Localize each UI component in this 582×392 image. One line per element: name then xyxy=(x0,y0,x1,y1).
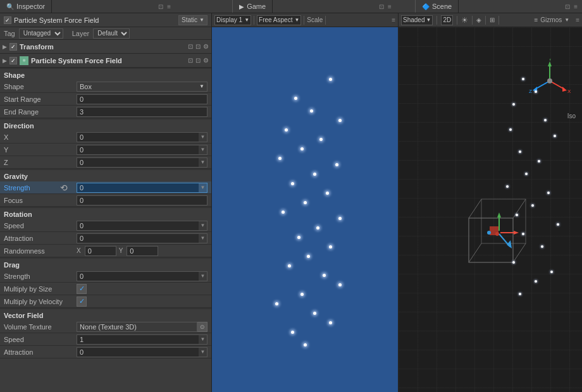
particle xyxy=(297,236,300,239)
vec-speed-arrow[interactable]: ▼ xyxy=(199,334,207,345)
svg-rect-17 xyxy=(490,226,498,235)
svg-text:Z: Z xyxy=(529,89,532,94)
drag-strength-input[interactable] xyxy=(77,271,199,281)
gravity-strength-arrow[interactable]: ▼ xyxy=(199,183,207,193)
scene-panel: Shaded ▼ 2D ☀ ◈ ⊞ ≡ Gizmos ▼ ≡ xyxy=(399,13,582,392)
dir-z-arrow[interactable]: ▼ xyxy=(199,157,207,168)
comp-settings[interactable]: ⚙ xyxy=(203,57,209,64)
inspector-tab[interactable]: 🔍 Inspector xyxy=(0,0,52,13)
transform-toggle-arrow: ▶ xyxy=(3,44,7,50)
vec-attraction-input[interactable] xyxy=(77,347,199,357)
rot-speed-input[interactable] xyxy=(77,221,199,231)
game-tab-ctrl[interactable]: ⊡ xyxy=(377,3,386,10)
gravity-strength-input[interactable] xyxy=(77,183,199,193)
layer-dropdown[interactable]: Default xyxy=(93,28,130,39)
game-tab[interactable]: ▶ Game xyxy=(232,0,273,13)
drag-strength-arrow[interactable]: ▼ xyxy=(199,271,207,281)
component-enable-checkbox[interactable] xyxy=(9,57,17,64)
scene-particle xyxy=(512,103,515,106)
display-select[interactable]: Display 1 ▼ xyxy=(214,15,251,25)
dir-y-input[interactable] xyxy=(77,145,199,155)
rot-speed-arrow[interactable]: ▼ xyxy=(199,221,207,231)
shape-value: Box ▼ xyxy=(77,82,207,92)
gravity-strength-field: ▼ xyxy=(77,183,207,193)
particle xyxy=(313,312,316,315)
vec-speed-input[interactable] xyxy=(77,334,199,345)
dir-z-row: Z ▼ xyxy=(0,156,211,169)
end-range-value xyxy=(77,107,207,117)
rot-attraction-input[interactable] xyxy=(77,233,199,243)
overlay-icon[interactable]: ⊞ xyxy=(490,16,495,23)
gravity-focus-value xyxy=(77,195,207,205)
dir-z-input[interactable] xyxy=(77,157,199,168)
inspector-tab-ctrl-lock[interactable]: ⊡ xyxy=(156,3,165,10)
gravity-focus-input[interactable] xyxy=(77,195,207,205)
svg-line-14 xyxy=(469,243,481,262)
inspector-tab-ctrl-menu[interactable]: ≡ xyxy=(165,3,173,10)
effects-icon[interactable]: ◈ xyxy=(476,16,481,23)
svg-marker-20 xyxy=(497,212,501,217)
static-badge[interactable]: Static ▼ xyxy=(178,15,207,25)
svg-line-15 xyxy=(513,243,526,262)
2d-select[interactable]: 2D xyxy=(441,15,453,25)
vec-volume-texture-input[interactable] xyxy=(77,322,197,332)
svg-line-13 xyxy=(513,199,526,218)
game-panel: Display 1 ▼ Free Aspect ▼ Scale ≡ xyxy=(212,13,399,392)
rot-attraction-arrow[interactable]: ▼ xyxy=(199,233,207,243)
scene-tab-menu[interactable]: ≡ xyxy=(572,3,579,10)
drag-section-title: Drag xyxy=(0,257,211,270)
component-icon: ⚛ xyxy=(20,56,28,65)
svg-marker-24 xyxy=(507,240,512,248)
drag-mult-velocity-checkbox[interactable] xyxy=(77,297,87,307)
transform-ctrl-2[interactable]: ⊡ xyxy=(195,43,201,50)
scene-particle xyxy=(535,280,537,283)
vec-volume-texture-btn[interactable]: ⊙ xyxy=(197,322,207,332)
gizmos-btn[interactable]: ≡ Gizmos ▼ xyxy=(534,16,569,23)
particle xyxy=(338,283,342,286)
component-header[interactable]: ▶ ⚛ Particle System Force Field ⊡ ⊡ ⚙ xyxy=(0,54,211,68)
dir-x-field: ▼ xyxy=(77,132,207,142)
scene-menu-btn[interactable]: ≡ xyxy=(576,16,579,23)
tag-dropdown[interactable]: Untagged xyxy=(19,28,63,39)
axis-widget: Y X Z xyxy=(528,59,572,103)
scene-tab[interactable]: 🔷 Scene xyxy=(415,0,459,13)
transform-enable-checkbox[interactable] xyxy=(9,43,17,51)
end-range-input[interactable] xyxy=(77,107,207,117)
end-range-label: End Range xyxy=(4,108,77,116)
shape-dropdown[interactable]: Box ▼ xyxy=(77,82,207,92)
object-enable-checkbox[interactable] xyxy=(4,16,11,24)
vec-attraction-row: Attraction ▼ xyxy=(0,346,211,358)
comp-ctrl-1[interactable]: ⊡ xyxy=(188,57,193,64)
scene-sep-1 xyxy=(436,16,437,25)
shape-label: Shape xyxy=(4,83,77,90)
shaded-select[interactable]: Shaded ▼ xyxy=(401,15,433,25)
scene-tab-ctrl[interactable]: ⊡ xyxy=(563,3,572,10)
rot-randomness-x-input[interactable] xyxy=(85,246,116,256)
particle xyxy=(291,182,294,185)
vec-speed-value: ▼ xyxy=(77,334,207,345)
object-name-input[interactable] xyxy=(14,16,176,24)
comp-ctrl-2[interactable]: ⊡ xyxy=(195,57,201,64)
dir-z-value: ▼ xyxy=(77,157,207,168)
drag-strength-field: ▼ xyxy=(77,271,207,281)
dir-x-input[interactable] xyxy=(77,132,199,142)
drag-mult-size-checkbox[interactable] xyxy=(77,284,87,294)
transform-settings[interactable]: ⚙ xyxy=(203,43,209,50)
static-dropdown-arrow[interactable]: ▼ xyxy=(199,17,204,23)
transform-ctrl-1[interactable]: ⊡ xyxy=(188,43,193,50)
start-range-label: Start Range xyxy=(4,95,77,103)
dir-x-arrow[interactable]: ▼ xyxy=(199,132,207,142)
component-name: Particle System Force Field xyxy=(31,57,122,64)
scene-particle xyxy=(525,173,528,175)
game-tab-menu[interactable]: ≡ xyxy=(386,3,393,10)
vec-attraction-arrow[interactable]: ▼ xyxy=(199,347,207,357)
start-range-input[interactable] xyxy=(77,94,207,104)
sun-icon[interactable]: ☀ xyxy=(461,16,468,25)
aspect-select[interactable]: Free Aspect ▼ xyxy=(257,15,301,25)
game-ctrl-btn[interactable]: ≡ xyxy=(392,16,395,23)
dir-y-arrow[interactable]: ▼ xyxy=(199,145,207,155)
transform-header[interactable]: ▶ Transform ⊡ ⊡ ⚙ xyxy=(0,40,211,54)
drag-mult-size-row: Multiply by Size xyxy=(0,283,211,295)
rot-randomness-y-input[interactable] xyxy=(127,246,158,256)
svg-line-12 xyxy=(469,199,481,218)
